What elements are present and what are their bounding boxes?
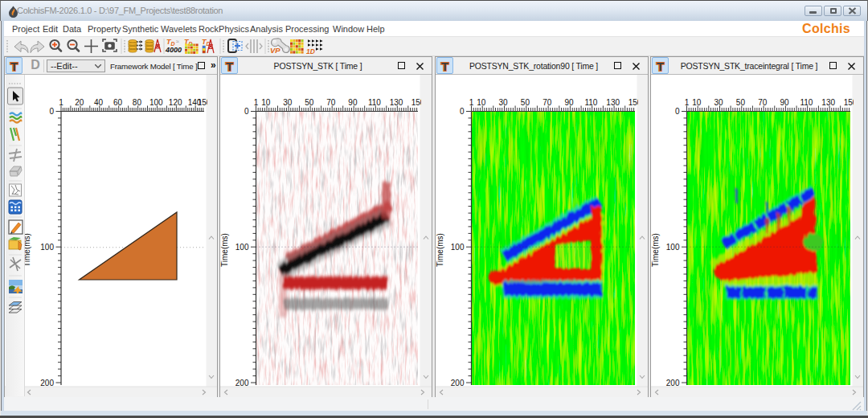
svg-text:40: 40: [94, 98, 104, 107]
svg-text:100: 100: [40, 243, 54, 252]
svg-text:100: 100: [451, 243, 465, 252]
svg-text:VP: VP: [270, 46, 280, 55]
svg-text:110: 110: [800, 98, 813, 107]
svg-text:Time(ms): Time(ms): [436, 233, 444, 267]
svg-text:30: 30: [283, 98, 293, 107]
svg-text:0: 0: [460, 107, 465, 116]
svg-text:70: 70: [326, 98, 336, 107]
svg-text:50: 50: [736, 98, 746, 107]
svg-text:200: 200: [666, 379, 680, 387]
svg-text:80: 80: [133, 98, 142, 107]
svg-text:10: 10: [692, 98, 702, 107]
svg-text:1: 1: [685, 98, 690, 107]
svg-text:200: 200: [40, 379, 54, 387]
svg-text:200: 200: [235, 379, 249, 387]
svg-text:0: 0: [675, 107, 680, 116]
svg-text:130: 130: [606, 98, 620, 107]
svg-text:1D: 1D: [306, 47, 315, 55]
svg-text:50: 50: [521, 98, 530, 107]
svg-text:4000: 4000: [165, 46, 182, 54]
svg-text:1: 1: [59, 98, 63, 107]
svg-text:200: 200: [451, 379, 465, 387]
svg-text:120: 120: [169, 98, 182, 107]
svg-text:≈: ≈: [176, 39, 179, 44]
svg-text:1: 1: [469, 98, 474, 107]
svg-text:110: 110: [584, 98, 597, 107]
svg-text:Time(ms): Time(ms): [220, 233, 229, 267]
svg-text:70: 70: [758, 98, 768, 107]
svg-text:10: 10: [261, 98, 271, 107]
svg-text:130: 130: [821, 98, 835, 107]
svg-text:90: 90: [565, 98, 575, 107]
svg-text:0: 0: [49, 107, 54, 116]
svg-text:110: 110: [368, 98, 381, 107]
svg-text:90: 90: [780, 98, 790, 107]
svg-text:30: 30: [714, 98, 724, 107]
svg-text:10: 10: [477, 98, 486, 107]
svg-text:0: 0: [244, 107, 249, 116]
svg-text:50: 50: [305, 98, 314, 107]
svg-text:TD: TD: [166, 38, 175, 47]
svg-text:90: 90: [348, 98, 358, 107]
svg-text:100: 100: [666, 243, 680, 252]
svg-text:100: 100: [235, 243, 249, 252]
svg-text:130: 130: [390, 98, 403, 107]
svg-text:30: 30: [499, 98, 509, 107]
svg-text:70: 70: [542, 98, 552, 107]
svg-text:20: 20: [75, 98, 84, 107]
svg-text:Time(ms): Time(ms): [651, 233, 660, 267]
svg-text:1: 1: [254, 98, 259, 107]
svg-text:100: 100: [149, 98, 163, 107]
svg-text:60: 60: [113, 98, 123, 107]
